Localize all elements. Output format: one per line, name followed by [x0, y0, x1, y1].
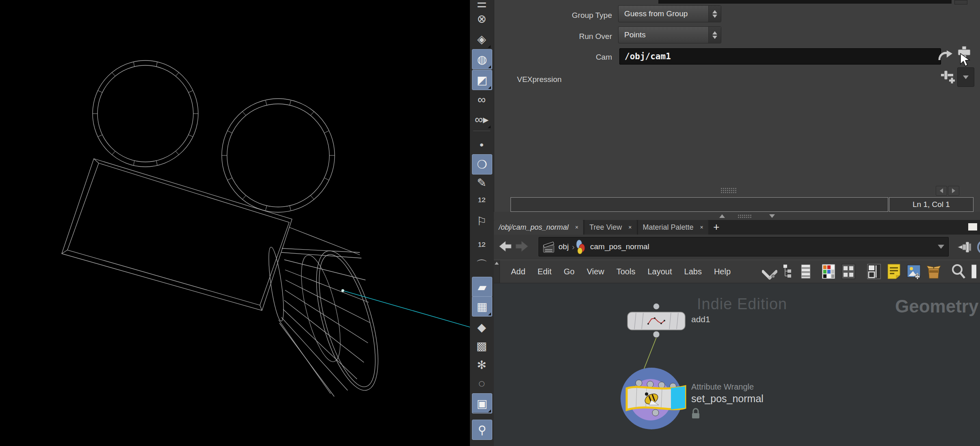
menu-tools[interactable]: Tools — [617, 267, 636, 276]
menu-edit[interactable]: Edit — [538, 267, 552, 276]
display-points-icon[interactable]: • — [472, 135, 491, 155]
dropdown-spinner-icon[interactable] — [708, 27, 721, 43]
obj-context-icon — [542, 239, 556, 254]
display-normals-icon[interactable]: ✻ — [472, 355, 491, 375]
node-add1[interactable] — [627, 304, 685, 338]
menu-layout[interactable]: Layout — [647, 267, 672, 276]
node-label-set-pos-normal[interactable]: set_pos_normal — [691, 393, 764, 405]
hscrollbar-grip-icon[interactable] — [720, 187, 737, 194]
display-hulls-icon[interactable]: ⌒ — [472, 255, 491, 275]
menu-view[interactable]: View — [587, 267, 604, 276]
display-prims-icon[interactable]: ▰ — [472, 277, 492, 297]
node-display-flag[interactable] — [671, 386, 685, 409]
tab-close-icon[interactable]: × — [575, 220, 578, 235]
no-lighting-icon[interactable]: ⊗ — [472, 9, 491, 28]
display-point-trails-icon[interactable]: ✎ — [472, 173, 491, 192]
pin-pane-icon[interactable] — [957, 238, 974, 256]
tree-view-icon[interactable] — [782, 263, 795, 280]
headlight-only-icon[interactable]: ◈ — [472, 29, 491, 49]
display-uvs-icon[interactable]: ▩ — [472, 336, 491, 356]
node-label-add1[interactable]: add1 — [691, 315, 710, 324]
menu-help[interactable]: Help — [714, 267, 731, 276]
group-field-button-partial[interactable] — [954, 0, 967, 4]
breadcrumb-separator: › — [572, 242, 575, 252]
cam-label: Cam — [494, 53, 612, 62]
group-type-value: Guess from Group — [619, 9, 708, 18]
pane-collapse-handle[interactable] — [494, 260, 500, 283]
radial-menu-icon-partial[interactable] — [976, 239, 980, 256]
sticky-note-icon[interactable] — [886, 263, 902, 280]
headlight-only-icon: ◈ — [477, 32, 486, 46]
camera-wireframe — [0, 0, 470, 446]
group-type-dropdown[interactable]: Guess from Group — [618, 5, 721, 22]
back-arrow-icon[interactable] — [498, 239, 513, 253]
pane-tab[interactable]: Tree View× — [584, 220, 636, 235]
tab-label: Material Palette — [643, 220, 694, 235]
new-tab-button[interactable]: + — [710, 220, 723, 235]
language-menu-button[interactable] — [957, 67, 974, 87]
display-background-image-icon[interactable]: ▣ — [472, 393, 492, 414]
expand-parameter-icon[interactable] — [939, 68, 956, 86]
tab-close-icon[interactable]: × — [628, 220, 632, 235]
jump-to-operator-icon[interactable] — [937, 48, 953, 64]
color-palette-icon[interactable] — [821, 263, 836, 280]
panel-layout-icon[interactable] — [866, 263, 882, 280]
forward-arrow-icon[interactable] — [514, 239, 529, 253]
splitter-grip-icon[interactable] — [738, 214, 752, 218]
ghost-other-objects-icon[interactable]: ◌ — [472, 374, 491, 393]
network-path-bar: obj › cam_pos_normal — [494, 235, 980, 260]
run-over-dropdown[interactable]: Points — [618, 26, 721, 43]
display-prim-numbers-icon[interactable]: ¹² — [472, 237, 491, 256]
scroll-right-button[interactable] — [948, 186, 959, 196]
display-prim-normals-icon: ⚐ — [476, 215, 487, 228]
pane-tab[interactable]: /obj/cam_pos_normal× — [494, 220, 583, 235]
asset-box-icon[interactable] — [926, 263, 941, 280]
splitter-down-icon[interactable] — [769, 214, 775, 218]
select-operator-icon[interactable] — [955, 45, 974, 65]
smooth-shaded-icon[interactable]: ∞ — [472, 90, 491, 110]
editor-message-field — [511, 197, 888, 212]
breadcrumb-node[interactable]: cam_pos_normal — [590, 242, 649, 251]
view-pin-icon[interactable]: ⚲ — [472, 420, 492, 440]
tab-label: /obj/cam_pos_normal — [499, 220, 569, 235]
search-icon[interactable] — [951, 263, 966, 280]
display-hulls-icon: ⌒ — [476, 257, 487, 273]
linked-pane-indicator[interactable] — [968, 223, 977, 231]
display-prim-normals-icon[interactable]: ⚐ — [472, 211, 491, 231]
display-point-numbers-icon[interactable]: ¹² — [472, 192, 491, 211]
layer-stack-icon[interactable] — [799, 263, 812, 280]
display-pivots-icon[interactable]: ◆ — [472, 317, 491, 337]
normal-lighting-icon[interactable]: ◍ — [472, 49, 492, 69]
breadcrumb-root[interactable]: obj — [558, 242, 569, 251]
network-editor[interactable]: Indie Edition Geometry — [494, 283, 980, 446]
scroll-left-button[interactable] — [936, 186, 947, 196]
pane-tab[interactable]: Material Palette× — [638, 220, 708, 235]
display-point-trails-icon: ✎ — [477, 176, 486, 190]
run-over-value: Points — [619, 30, 708, 39]
cam-path-field[interactable]: /obj/cam1 — [619, 48, 941, 65]
smooth-wire-shaded-icon[interactable]: ∞▸ — [472, 110, 491, 129]
node-set-pos-normal[interactable] — [621, 368, 685, 429]
page-icon-partial[interactable] — [971, 263, 976, 280]
path-breadcrumb-field[interactable]: obj › cam_pos_normal — [539, 237, 949, 256]
scene-viewport[interactable] — [0, 0, 470, 446]
splitter-up-icon[interactable] — [719, 214, 725, 218]
high-quality-lighting-icon: ◩ — [477, 73, 487, 87]
high-quality-lighting-icon[interactable]: ◩ — [472, 70, 492, 90]
path-dropdown-icon[interactable] — [938, 245, 944, 249]
display-textures-icon[interactable]: ▦ — [472, 296, 492, 317]
tools-icon[interactable] — [762, 263, 777, 280]
menu-go[interactable]: Go — [564, 267, 575, 276]
display-point-normals-icon[interactable]: ❍ — [472, 154, 492, 175]
dropdown-spinner-icon[interactable] — [708, 6, 721, 22]
icon-grid-icon[interactable] — [841, 263, 856, 280]
pane-splitter[interactable] — [494, 212, 980, 220]
normal-lighting-icon: ◍ — [477, 53, 487, 66]
menu-labs[interactable]: Labs — [684, 267, 702, 276]
menu-add[interactable]: Add — [511, 267, 526, 276]
add-image-icon[interactable] — [906, 263, 922, 280]
viewport-display-toolbar: ☰⊗◈◍◩∞∞▸•❍✎¹²⚐¹²⌒▰▦◆▩✻◌▣⚲ — [470, 0, 494, 446]
tab-close-icon[interactable]: × — [700, 220, 703, 235]
node-graph — [609, 300, 812, 438]
group-field-partial[interactable] — [658, 0, 952, 4]
